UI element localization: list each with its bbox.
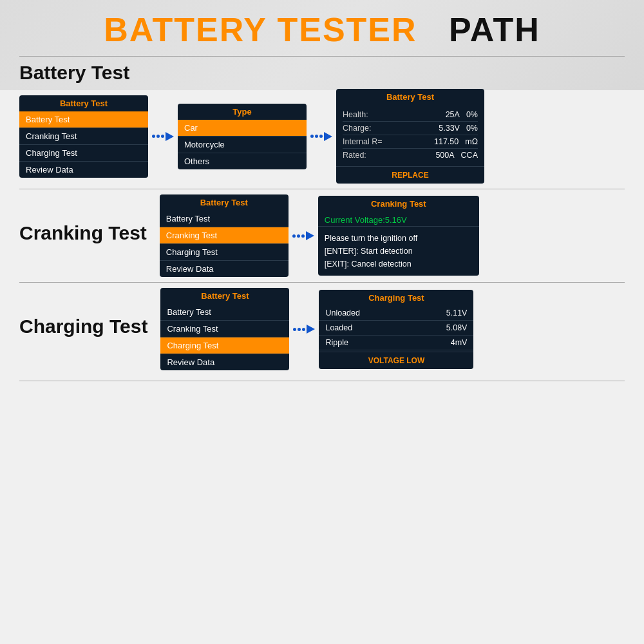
- charge-val1: 5.33V: [439, 124, 460, 133]
- charging-test-section: Charging Test Battery Test Battery Test …: [0, 283, 644, 375]
- charging-result-screen: Charging Test Unloaded 5.11V Loaded 5.08…: [319, 290, 473, 369]
- cranking-test-flow: Battery Test Battery Test Cranking Test …: [160, 194, 479, 277]
- charging-menu-header: Battery Test: [160, 288, 289, 304]
- dot-6: [319, 135, 323, 138]
- dot-4: [310, 135, 314, 138]
- charging-test-flow: Battery Test Battery Test Cranking Test …: [160, 288, 473, 370]
- title-black: PATH: [449, 11, 540, 48]
- battery-result-screen: Battery Test Health: 25A0% Charge: 5.33V…: [336, 89, 484, 184]
- battery-menu-item-1[interactable]: Cranking Test: [19, 128, 148, 145]
- type-item-others[interactable]: Others: [178, 153, 307, 169]
- charging-menu-item-3[interactable]: Review Data: [160, 354, 289, 370]
- type-item-car[interactable]: Car: [178, 120, 307, 137]
- dot-1: [152, 135, 155, 138]
- cranking-result-screen: Cranking Test Current Voltage:5.16V Plea…: [318, 196, 479, 276]
- arrow-4: [293, 325, 315, 334]
- charge-label: Charge:: [343, 124, 371, 133]
- charging-row-loaded: Loaded 5.08V: [319, 321, 473, 336]
- battery-menu-item-0[interactable]: Battery Test: [19, 111, 148, 128]
- battery-test-title: Battery Test: [19, 62, 625, 84]
- dot-3: [161, 135, 164, 138]
- cranking-menu-item-1[interactable]: Cranking Test: [160, 227, 289, 244]
- type-screen-header: Type: [178, 104, 307, 120]
- battery-test-flow: Battery Test Battery Test Cranking Test …: [19, 89, 625, 184]
- type-item-motorcycle[interactable]: Motorcycle: [178, 137, 307, 153]
- battery-menu-header: Battery Test: [19, 95, 148, 111]
- cranking-test-section: Cranking Test Battery Test Battery Test …: [0, 189, 644, 282]
- battery-result-header: Battery Test: [336, 89, 484, 105]
- health-values: 25A0%: [446, 110, 478, 119]
- battery-menu-screen: Battery Test Battery Test Cranking Test …: [19, 95, 148, 178]
- cranking-result-header: Cranking Test: [318, 196, 479, 212]
- dot-12: [302, 328, 305, 331]
- charging-row-unloaded: Unloaded 5.11V: [319, 306, 473, 321]
- loaded-value: 5.08V: [446, 323, 468, 332]
- cranking-instructions: Please turn the ignition off [ENTER]: St…: [318, 227, 479, 276]
- cranking-test-title: Cranking Test: [19, 222, 147, 244]
- unloaded-value: 5.11V: [446, 308, 468, 317]
- charge-values: 5.33V0%: [439, 124, 478, 133]
- cranking-menu-item-2[interactable]: Charging Test: [160, 244, 289, 261]
- dot-5: [315, 135, 318, 138]
- rated-val2: CCA: [461, 151, 478, 160]
- rated-values: 500ACCA: [435, 151, 478, 160]
- charging-menu-item-1[interactable]: Cranking Test: [160, 321, 289, 337]
- cranking-menu-screen: Battery Test Battery Test Cranking Test …: [160, 194, 289, 277]
- charging-menu-item-2[interactable]: Charging Test: [160, 337, 289, 354]
- charging-row-ripple: Ripple 4mV: [319, 336, 473, 350]
- arrow-2: [310, 132, 332, 141]
- dot-11: [298, 328, 301, 331]
- divider-bottom: [19, 381, 625, 381]
- rated-val1: 500A: [435, 151, 454, 160]
- arrow-3: [292, 231, 314, 240]
- title-orange: BATTERY TESTER: [104, 11, 417, 48]
- dot-9: [301, 234, 305, 238]
- health-val2: 0%: [466, 110, 478, 119]
- battery-test-section: Battery Test Battery Test Battery Test C…: [0, 57, 644, 189]
- page-content: BATTERY TESTER PATH Battery Test Battery…: [0, 0, 644, 381]
- result-row-charge: Charge: 5.33V0%: [343, 122, 478, 135]
- charging-result-footer: VOLTAGE LOW: [319, 352, 473, 369]
- page-header: BATTERY TESTER PATH: [0, 0, 644, 56]
- health-val1: 25A: [446, 110, 460, 119]
- rated-label: Rated:: [343, 151, 366, 160]
- health-label: Health:: [343, 110, 368, 119]
- internal-values: 117.50mΩ: [434, 137, 478, 146]
- dot-7: [292, 234, 296, 238]
- internal-val1: 117.50: [434, 137, 459, 146]
- charging-test-title: Charging Test: [19, 316, 147, 337]
- page-title: BATTERY TESTER PATH: [0, 12, 644, 48]
- ripple-value: 4mV: [451, 338, 468, 347]
- battery-result-body: Health: 25A0% Charge: 5.33V0% Internal R…: [336, 105, 484, 165]
- arrow-head-4: [307, 325, 315, 334]
- arrow-1: [152, 132, 174, 141]
- cranking-menu-item-3[interactable]: Review Data: [160, 261, 289, 277]
- cranking-voltage: Current Voltage:5.16V: [318, 212, 479, 227]
- unloaded-label: Unloaded: [325, 308, 360, 317]
- result-row-rated: Rated: 500ACCA: [343, 149, 478, 162]
- arrow-head-2: [324, 132, 332, 141]
- arrow-head-1: [166, 132, 174, 141]
- charging-result-header: Charging Test: [319, 290, 473, 306]
- charging-menu-item-0[interactable]: Battery Test: [160, 304, 289, 321]
- loaded-label: Loaded: [325, 323, 352, 332]
- cranking-menu-item-0[interactable]: Battery Test: [160, 211, 289, 227]
- internal-label: Internal R=: [343, 137, 383, 146]
- arrow-head-3: [306, 231, 314, 240]
- type-screen: Type Car Motorcycle Others: [178, 104, 307, 169]
- dot-10: [293, 328, 296, 331]
- internal-val2: mΩ: [465, 137, 478, 146]
- battery-menu-item-3[interactable]: Review Data: [19, 162, 148, 178]
- result-row-internal: Internal R= 117.50mΩ: [343, 135, 478, 149]
- battery-result-footer: REPLACE: [336, 166, 484, 184]
- result-row-health: Health: 25A0%: [343, 108, 478, 122]
- dot-8: [297, 234, 300, 238]
- ripple-label: Ripple: [325, 338, 348, 347]
- cranking-menu-header: Battery Test: [160, 194, 289, 211]
- dot-2: [156, 135, 160, 138]
- charging-menu-screen: Battery Test Battery Test Cranking Test …: [160, 288, 289, 370]
- charge-val2: 0%: [466, 124, 478, 133]
- battery-menu-item-2[interactable]: Charging Test: [19, 145, 148, 162]
